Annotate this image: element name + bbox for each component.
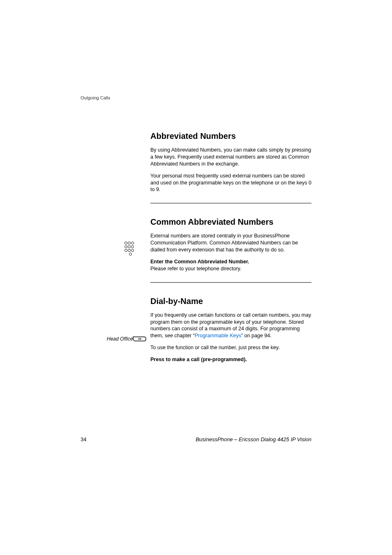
heading-abbreviated-numbers: Abbreviated Numbers [150,131,311,141]
footer-doc-title: BusinessPhone – Ericsson Dialog 4425 IP … [196,436,311,442]
page-header-section: Outgoing Calls [81,95,110,100]
svg-point-0 [138,339,141,340]
step-bold-dial: Press to make a call (pre-programmed). [150,356,311,363]
main-content: Abbreviated Numbers By using Abbreviated… [150,131,311,363]
section-divider [150,282,311,283]
paragraph-dial-2: To use the function or call the number, … [150,344,311,351]
heading-common-abbrev: Common Abbreviated Numbers [150,217,311,227]
paragraph-abbrev-1: By using Abbreviated Numbers, you can ma… [150,147,311,168]
paragraph-abbrev-2: Your personal most frequently used exter… [150,173,311,193]
page-number: 34 [81,436,86,442]
section-divider [150,203,311,203]
paragraph-dial-1: If you frequently use certain functions … [150,312,311,340]
step-bold-common: Enter the Common Abbreviated Number. [150,258,311,265]
programmable-key-icon [132,336,147,342]
keypad-icon [124,241,136,256]
para-post: ” on page 94. [241,333,272,339]
link-programmable-keys[interactable]: Programmable Keys [195,333,241,339]
paragraph-common-1: External numbers are stored centrally in… [150,233,311,253]
heading-dial-by-name: Dial-by-Name [150,297,311,306]
key-label-head-office: Head Office [107,336,133,342]
step-text-common: Please refer to your telephone directory… [150,265,311,272]
